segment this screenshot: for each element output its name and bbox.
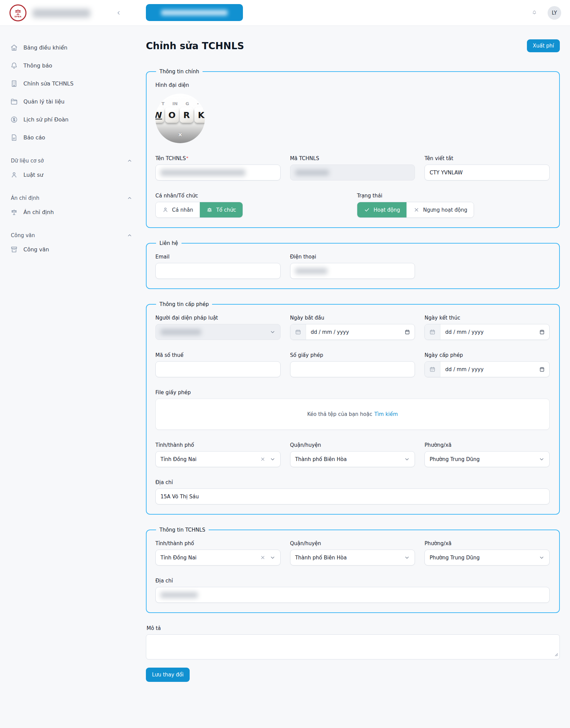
sidebar-group-title: Công văn: [11, 232, 35, 238]
legal-rep-label: Người đại diện pháp luật: [155, 315, 281, 321]
entity-type-option-personal[interactable]: Cá nhân: [156, 202, 200, 217]
organization-photo[interactable]: T IN G - W O R K ×: [155, 94, 205, 143]
province-select[interactable]: Tỉnh Đồng Nai: [155, 451, 281, 467]
dropzone-browse-link[interactable]: Tìm kiếm: [374, 411, 398, 417]
status-option-inactive[interactable]: Ngưng hoạt động: [406, 202, 474, 217]
province-select-2[interactable]: Tỉnh Đồng Nai: [155, 550, 281, 566]
address-value: 15A Võ Thị Sáu: [160, 494, 199, 500]
page-head: Chỉnh sửa TCHNLS Xuất phí: [146, 39, 560, 52]
province-label: Tỉnh/thành phố: [155, 442, 281, 448]
redacted-value: [160, 169, 245, 176]
ward-select[interactable]: Phường Trung Dũng: [424, 451, 550, 467]
date-placeholder: dd / mm / yyyy: [440, 366, 539, 372]
page-title: Chỉnh sửa TCHNLS: [146, 40, 244, 52]
tax-code-label: Mã số thuế: [155, 352, 281, 358]
license-number-input[interactable]: [290, 361, 415, 377]
clear-x-icon[interactable]: [260, 456, 266, 462]
chevron-down-icon: [270, 329, 276, 335]
notifications-button[interactable]: [530, 8, 539, 17]
chevron-up-icon: [127, 195, 132, 201]
address-input-2[interactable]: [155, 587, 550, 603]
section-legend: Liên hệ: [156, 240, 182, 246]
email-input[interactable]: [155, 263, 281, 279]
field-ward-2: Phường/xã Phường Trung Dũng: [424, 540, 550, 566]
save-button[interactable]: Lưu thay đổi: [146, 668, 190, 682]
ward-label: Phường/xã: [424, 540, 550, 547]
chevron-down-icon: [270, 555, 276, 560]
sidebar-item-reports[interactable]: Báo cáo: [10, 131, 133, 144]
ward-select-2[interactable]: Phường Trung Dũng: [424, 550, 550, 566]
section-legend: Thông tin cấp phép: [156, 301, 212, 307]
section-license: Thông tin cấp phép Người đại diện pháp l…: [146, 301, 560, 515]
die-letter: W: [155, 107, 164, 123]
calendar-picker-icon[interactable]: [539, 329, 549, 335]
user-avatar[interactable]: LY: [548, 6, 561, 20]
tchnls-code-input: [290, 165, 415, 180]
sidebar-item-lawyers[interactable]: Luật sư: [10, 168, 133, 181]
sidebar-item-assigned-cases[interactable]: Án chỉ định: [10, 205, 133, 219]
sidebar-item-edit-tchnls[interactable]: Chỉnh sửa TCHNLS: [10, 77, 133, 90]
license-file-label: File giấy phép: [155, 389, 550, 396]
chevron-up-icon: [127, 158, 132, 164]
sidebar-item-label: Luật sư: [23, 172, 43, 178]
sidebar-item-label: Quản lý tài liệu: [23, 98, 64, 105]
sidebar-item-fee-history[interactable]: Lịch sử phí Đoàn: [10, 113, 133, 126]
back-letter: T: [162, 101, 165, 106]
status-option-active[interactable]: Hoạt động: [357, 202, 406, 217]
required-asterisk: *: [186, 155, 189, 160]
photo-dice: W O R K: [155, 107, 205, 123]
entity-type-option-organization[interactable]: Tổ chức: [200, 202, 243, 217]
end-date-label: Ngày kết thúc: [424, 315, 550, 321]
calendar-picker-icon[interactable]: [404, 329, 415, 335]
dollar-circle-icon: [10, 116, 18, 123]
tchnls-name-input[interactable]: [155, 165, 281, 180]
issue-date-label: Ngày cấp phép: [424, 352, 550, 358]
phone-input[interactable]: [290, 263, 415, 279]
end-date-input[interactable]: dd / mm / yyyy: [424, 324, 550, 340]
start-date-input[interactable]: dd / mm / yyyy: [290, 324, 415, 340]
legal-rep-select[interactable]: [155, 324, 281, 340]
photo-back-letters: T IN G -: [157, 101, 204, 106]
license-file-dropzone[interactable]: Kéo thả tệp của bạn hoặc Tìm kiếm: [155, 399, 550, 430]
folder-icon: [10, 98, 18, 106]
issue-date-input[interactable]: dd / mm / yyyy: [424, 361, 550, 377]
x-icon: [413, 207, 420, 213]
sidebar-item-official-letters[interactable]: Công văn: [10, 243, 133, 256]
sidebar-group-base-data[interactable]: Dữ liệu cơ sở: [11, 158, 132, 164]
short-name-input[interactable]: CTY YVNLAW: [424, 165, 550, 180]
sidebar-item-label: Chỉnh sửa TCHNLS: [23, 80, 74, 87]
status-label: Trạng thái: [357, 193, 550, 199]
export-fee-button[interactable]: Xuất phí: [527, 39, 560, 52]
sidebar-item-label: Án chỉ định: [23, 209, 54, 215]
district-label: Quận/huyện: [290, 540, 415, 547]
field-start-date: Ngày bắt đầu dd / mm / yyyy: [290, 315, 415, 340]
option-label: Ngưng hoạt động: [423, 207, 467, 213]
logo-abbr: DPBA: [15, 15, 22, 18]
calendar-icon: [290, 324, 306, 340]
redacted-value: [160, 592, 198, 598]
district-label: Quận/huyện: [290, 442, 415, 448]
sidebar-item-notifications[interactable]: Thông báo: [10, 59, 133, 72]
remove-photo-icon[interactable]: ×: [178, 132, 183, 138]
calendar-icon: [425, 324, 440, 340]
district-select[interactable]: Thành phố Biên Hòa: [290, 451, 415, 467]
sidebar-item-documents[interactable]: Quản lý tài liệu: [10, 95, 133, 108]
tax-code-input[interactable]: [155, 361, 281, 377]
sidebar-group-assigned-cases[interactable]: Án chỉ định: [11, 195, 132, 201]
chevron-left-icon: [116, 9, 121, 16]
field-district-2: Quận/huyện Thành phố Biên Hòa: [290, 540, 415, 566]
die-letter: O: [165, 107, 179, 123]
clear-x-icon[interactable]: [260, 555, 266, 560]
address-input[interactable]: 15A Võ Thị Sáu: [155, 488, 550, 504]
sidebar-collapse-button[interactable]: [114, 8, 124, 18]
start-date-label: Ngày bắt đầu: [290, 315, 415, 321]
header-primary-button[interactable]: [146, 4, 243, 21]
resize-grip-icon[interactable]: [554, 652, 558, 658]
ward-value: Phường Trung Dũng: [430, 555, 480, 561]
district-select-2[interactable]: Thành phố Biên Hòa: [290, 550, 415, 566]
sidebar-group-official-letters[interactable]: Công văn: [11, 232, 132, 238]
description-textarea[interactable]: [146, 634, 560, 659]
sidebar-item-dashboard[interactable]: Bảng điều khiển: [10, 41, 133, 54]
calendar-picker-icon[interactable]: [539, 366, 549, 372]
sidebar: Bảng điều khiển Thông báo Chỉnh sửa TCHN…: [0, 26, 146, 274]
